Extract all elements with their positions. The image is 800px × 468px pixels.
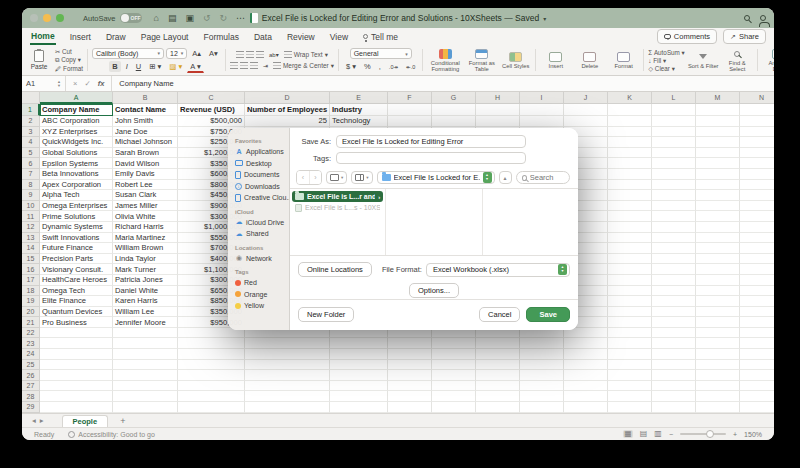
new-folder-button[interactable]: New Folder [298,307,354,322]
row-header-23[interactable]: 23 [22,338,40,349]
column-header-I[interactable]: I [520,92,564,104]
cell[interactable] [113,381,178,392]
cell[interactable] [178,349,245,360]
cell[interactable] [608,243,652,254]
cell[interactable]: Emily Davis [113,169,178,180]
cell[interactable] [652,338,696,349]
wrap-text-button[interactable]: Wrap Text ▾ [284,51,328,59]
cell[interactable] [652,275,696,286]
cell[interactable] [740,317,774,328]
cell[interactable]: Contact Name [113,104,178,116]
column-header-K[interactable]: K [608,92,652,104]
cell[interactable]: John Smith [113,116,178,127]
cell[interactable]: Number of Employees [245,104,330,116]
cell[interactable] [608,349,652,360]
cell[interactable] [652,307,696,318]
cell[interactable] [178,381,245,392]
minimize-window-button[interactable] [43,14,51,22]
row-header-24[interactable]: 24 [22,349,40,360]
cell[interactable] [740,169,774,180]
cell[interactable] [652,296,696,307]
cell[interactable] [652,233,696,244]
cell[interactable] [740,190,774,201]
cell[interactable] [608,211,652,222]
format-as-table-button[interactable]: Format as Table [466,48,497,73]
cell[interactable] [696,243,740,254]
cell[interactable] [740,148,774,159]
cell[interactable] [564,370,608,381]
row-header-8[interactable]: 8 [22,180,40,191]
cell[interactable]: Epsilon Systems [40,158,113,169]
sidebar-item-network[interactable]: ◉Network [235,253,289,265]
cell[interactable] [432,381,476,392]
accessibility-status[interactable]: Accessibility: Good to go [68,431,155,438]
row-header-7[interactable]: 7 [22,169,40,180]
zoom-slider-knob[interactable] [706,430,714,438]
column-header-N[interactable]: N [740,92,774,104]
increase-font-icon[interactable]: A▴ [189,48,204,59]
cell[interactable] [608,137,652,148]
insert-function-icon[interactable]: fx [98,79,105,88]
cell[interactable] [178,391,245,402]
comma-format-button[interactable]: , [376,61,384,72]
cell[interactable] [740,328,774,339]
cell[interactable] [388,391,432,402]
cell[interactable] [740,275,774,286]
print-icon[interactable]: ▣ [185,13,194,23]
name-box[interactable]: A1 ▲▼ [22,76,66,91]
column-header-H[interactable]: H [476,92,520,104]
cell[interactable] [652,243,696,254]
cell[interactable] [652,127,696,138]
cell[interactable] [432,338,476,349]
format-cells-button[interactable]: Format [608,51,639,69]
borders-button[interactable]: ⊞ ▾ [146,61,164,72]
decrease-font-icon[interactable]: A▾ [206,48,221,59]
cell[interactable] [178,360,245,371]
sidebar-item-icloud-drive[interactable]: ☁iCloud Drive [235,217,289,229]
cell[interactable]: Elite Finance [40,296,113,307]
cell[interactable] [740,370,774,381]
cell[interactable] [652,211,696,222]
cell[interactable] [652,349,696,360]
cell[interactable]: Susan Clark [113,190,178,201]
cell[interactable] [740,349,774,360]
tab-data[interactable]: Data [253,30,273,44]
cell[interactable] [330,402,388,413]
cell[interactable] [696,275,740,286]
cell[interactable] [330,338,388,349]
tab-page-layout[interactable]: Page Layout [140,30,190,44]
row-header-2[interactable]: 2 [22,116,40,127]
cell[interactable] [652,317,696,328]
cell[interactable] [245,391,330,402]
cell[interactable] [740,222,774,233]
cut-button[interactable]: ✂ Cut [55,48,83,55]
sidebar-item-documents[interactable]: Documents [235,169,289,181]
cell[interactable]: William Lee [113,307,178,318]
cell[interactable] [476,104,520,116]
sort-filter-button[interactable]: Sort & Filter [688,51,719,69]
cell[interactable] [652,370,696,381]
analyze-data-button[interactable]: Analyze Data [762,48,774,73]
row-header-19[interactable]: 19 [22,296,40,307]
tab-formulas[interactable]: Formulas [202,30,239,44]
row-header-25[interactable]: 25 [22,360,40,371]
cell[interactable] [696,381,740,392]
cell[interactable]: Daniel White [113,286,178,297]
cell[interactable] [476,349,520,360]
row-header-13[interactable]: 13 [22,233,40,244]
row-header-20[interactable]: 20 [22,307,40,318]
merge-center-button[interactable]: Merge & Center ▾ [273,62,334,70]
cell[interactable] [40,338,113,349]
normal-view-button[interactable]: ▦ [623,430,633,438]
cell[interactable] [740,360,774,371]
orientation-button[interactable]: ab▾ [266,50,282,59]
row-header-28[interactable]: 28 [22,391,40,402]
row-header-26[interactable]: 26 [22,370,40,381]
cell[interactable] [740,286,774,297]
cell[interactable] [652,254,696,265]
cell[interactable] [178,338,245,349]
cell[interactable] [652,158,696,169]
cell[interactable] [476,338,520,349]
cell[interactable] [740,381,774,392]
cell[interactable] [40,381,113,392]
